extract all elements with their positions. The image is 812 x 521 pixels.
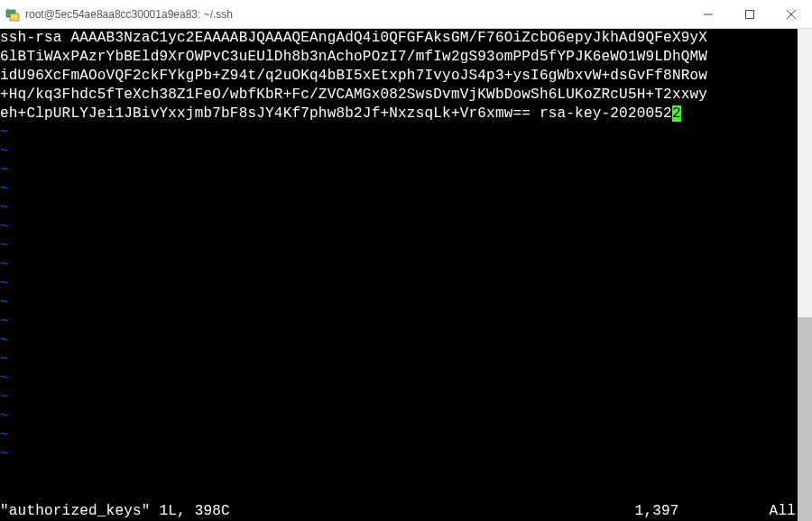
vim-empty-line: ~ [0, 180, 798, 199]
scrollbar-track[interactable] [798, 29, 812, 521]
vim-empty-line: ~ [0, 123, 798, 142]
svg-rect-5 [746, 10, 754, 18]
vim-empty-line: ~ [0, 275, 798, 294]
status-percent: All [770, 502, 796, 521]
putty-icon [5, 7, 20, 22]
terminal-line: eh+ClpURLYJei1JBivYxxjmb7bF8sJY4Kf7phw8b… [0, 105, 798, 123]
vim-empty-line: ~ [0, 256, 798, 275]
vim-empty-line: ~ [0, 218, 798, 237]
terminal[interactable]: ssh-rsa AAAAB3NzaC1yc2EAAAABJQAAAQEAngAd… [0, 29, 798, 521]
vim-empty-line: ~ [0, 407, 798, 426]
vim-empty-line: ~ [0, 332, 798, 351]
vim-statusbar: "authorized_keys" 1L, 398C 1,397 All [0, 502, 798, 521]
status-filename: "authorized_keys" 1L, 398C [0, 502, 230, 521]
terminal-line: +Hq/kq3Fhdc5fTeXch38Z1FeO/wbfKbR+Fc/ZVCA… [0, 86, 798, 105]
vim-empty-line: ~ [0, 388, 798, 407]
minimize-button[interactable] [687, 0, 729, 28]
terminal-line: idU96XcFmAOoVQF2ckFYkgPb+Z94t/q2uOKq4bBI… [0, 67, 798, 86]
maximize-button[interactable] [729, 0, 770, 28]
close-button[interactable] [770, 0, 812, 28]
svg-rect-1 [10, 14, 19, 21]
scrollbar-thumb[interactable] [798, 317, 812, 521]
cursor: 2 [672, 105, 681, 122]
vim-empty-line: ~ [0, 161, 798, 180]
vim-empty-line: ~ [0, 142, 798, 161]
vim-empty-line: ~ [0, 426, 798, 445]
window-title: root@5ec54ae8aa8cc30001a9ea83: ~/.ssh [25, 8, 687, 21]
vim-empty-line: ~ [0, 351, 798, 370]
terminal-line: ssh-rsa AAAAB3NzaC1yc2EAAAABJQAAAQEAngAd… [0, 29, 798, 48]
vim-empty-line: ~ [0, 313, 798, 332]
window-titlebar: root@5ec54ae8aa8cc30001a9ea83: ~/.ssh [0, 0, 812, 29]
vim-empty-line: ~ [0, 199, 798, 218]
vim-empty-line: ~ [0, 294, 798, 313]
terminal-line: 6lBTiWAxPAzrYbBEld9XrOWPvC3uEUlDh8b3nAch… [0, 48, 798, 67]
vim-empty-line: ~ [0, 237, 798, 256]
status-position: 1,397 [635, 502, 679, 521]
vim-empty-line: ~ [0, 445, 798, 464]
window-controls [687, 0, 812, 28]
vim-empty-line: ~ [0, 370, 798, 388]
